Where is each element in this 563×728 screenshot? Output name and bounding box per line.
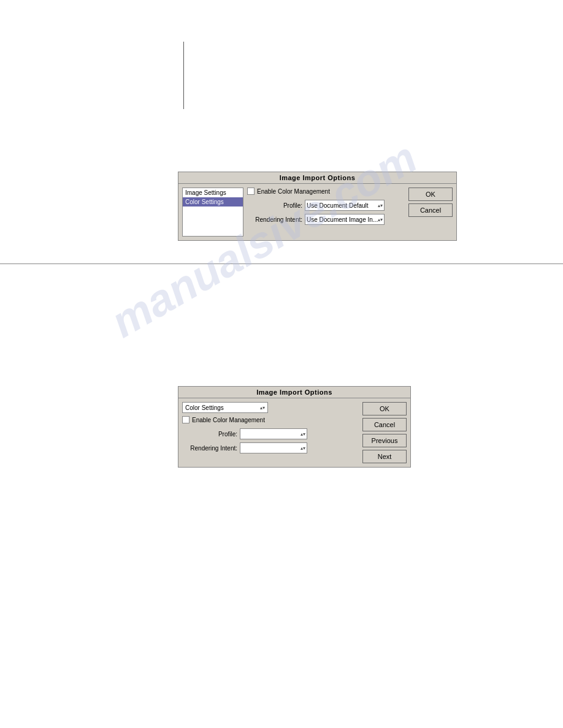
- enable-color-mgmt-checkbox[interactable]: [247, 188, 255, 195]
- dialog1-title: Image Import Options: [178, 172, 456, 184]
- rendering-intent-value: Use Document Image In...: [307, 216, 378, 223]
- dialog2-next-button[interactable]: Next: [362, 450, 407, 463]
- dialog1: Image Import Options Image Settings Colo…: [178, 172, 457, 241]
- enable-color-mgmt-row: Enable Color Management: [247, 188, 402, 195]
- sidebar-item-color-settings[interactable]: Color Settings: [183, 197, 243, 207]
- dialog2-content: Color Settings ▴▾ Enable Color Managemen…: [178, 398, 410, 467]
- dialog1-content: Image Settings Color Settings Enable Col…: [178, 184, 456, 240]
- profile-select[interactable]: Use Document Default ▴▾: [305, 200, 385, 211]
- enable-color-mgmt-label: Enable Color Management: [257, 188, 330, 195]
- dialog2-wrapper: Image Import Options Color Settings ▴▾ E…: [178, 386, 411, 468]
- dialog2-profile-arrow-icon: ▴▾: [301, 431, 305, 437]
- dialog2-enable-color-mgmt-row: Enable Color Management: [182, 416, 356, 423]
- sidebar-item-image-settings[interactable]: Image Settings: [183, 188, 243, 197]
- dialog2-title: Image Import Options: [178, 387, 410, 398]
- dialog2: Image Import Options Color Settings ▴▾ E…: [178, 386, 411, 468]
- dialog2-profile-select[interactable]: ▴▾: [240, 428, 307, 439]
- dialog2-rendering-intent-label: Rendering Intent:: [182, 445, 237, 452]
- profile-row: Profile: Use Document Default ▴▾: [247, 200, 402, 211]
- rendering-intent-row: Rendering Intent: Use Document Image In.…: [247, 214, 402, 225]
- divider-line: [0, 264, 563, 264]
- category-dropdown[interactable]: Color Settings ▴▾: [182, 402, 268, 413]
- dialog1-wrapper: Image Import Options Image Settings Colo…: [178, 172, 457, 241]
- profile-value: Use Document Default: [307, 202, 369, 209]
- rendering-intent-select[interactable]: Use Document Image In... ▴▾: [305, 214, 385, 225]
- category-dropdown-value: Color Settings: [185, 404, 224, 411]
- dialog2-enable-color-mgmt-checkbox[interactable]: [182, 416, 190, 423]
- dialog2-profile-label: Profile:: [182, 431, 237, 438]
- dialog1-buttons: OK Cancel: [408, 188, 453, 237]
- profile-arrow-icon: ▴▾: [378, 203, 383, 208]
- dialog2-ok-button[interactable]: OK: [362, 402, 407, 415]
- dialog2-rendering-intent-select[interactable]: ▴▾: [240, 442, 307, 453]
- profile-label: Profile:: [247, 202, 302, 209]
- rendering-intent-label: Rendering Intent:: [247, 216, 302, 223]
- dialog2-left: Color Settings ▴▾ Enable Color Managemen…: [182, 402, 356, 463]
- dialog2-rendering-intent-row: Rendering Intent: ▴▾: [182, 442, 356, 453]
- dialog1-cancel-button[interactable]: Cancel: [408, 203, 453, 217]
- dialog2-profile-row: Profile: ▴▾: [182, 428, 356, 439]
- left-vertical-line: [183, 42, 184, 109]
- category-dropdown-row: Color Settings ▴▾: [182, 402, 356, 413]
- dialog1-ok-button[interactable]: OK: [408, 188, 453, 201]
- dialog2-rendering-intent-arrow-icon: ▴▾: [301, 446, 305, 451]
- dialog2-previous-button[interactable]: Previous: [362, 434, 407, 447]
- dialog2-buttons: OK Cancel Previous Next: [362, 402, 407, 463]
- rendering-intent-arrow-icon: ▴▾: [378, 217, 383, 222]
- dialog2-cancel-button[interactable]: Cancel: [362, 418, 407, 431]
- dialog2-enable-color-mgmt-label: Enable Color Management: [192, 417, 265, 423]
- dialog1-sidebar: Image Settings Color Settings: [182, 188, 243, 237]
- category-arrow-icon: ▴▾: [260, 405, 265, 411]
- dialog1-main: Enable Color Management Profile: Use Doc…: [247, 188, 402, 237]
